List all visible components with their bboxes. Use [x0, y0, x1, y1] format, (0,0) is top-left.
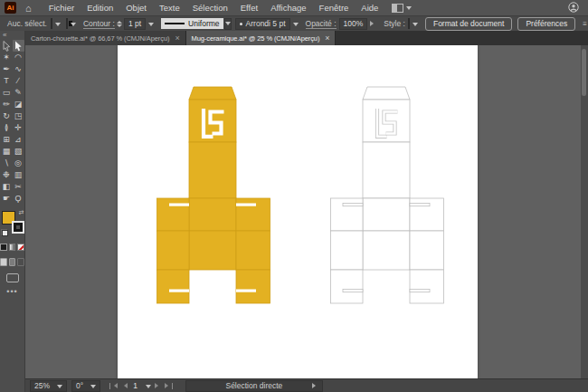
illustrator-logo-icon[interactable]: Ai — [5, 2, 16, 14]
status-tool-display[interactable]: Sélection directe — [185, 380, 323, 392]
slice-tool[interactable]: ✂ — [13, 181, 24, 193]
color-mode-button[interactable] — [0, 244, 7, 251]
menu-aide[interactable]: Aide — [355, 3, 384, 13]
canvas-pasteboard[interactable] — [25, 45, 588, 378]
artboard-tool[interactable]: ◧ — [1, 181, 13, 193]
yellow-box-dieline-artwork[interactable] — [156, 86, 270, 304]
menu-effet[interactable]: Effet — [234, 3, 264, 13]
outline-box-dieline-artwork[interactable] — [330, 86, 444, 304]
document-tab[interactable]: Mug-ceramique.ai* @ 25 % (CMJN/Aperçu)× — [186, 31, 337, 45]
width-profile-select[interactable]: Uniforme — [161, 18, 223, 29]
fill-color-swatch[interactable] — [51, 18, 52, 29]
shape-builder-tool[interactable]: ⊞ — [1, 134, 13, 146]
rotation-select[interactable]: 0° — [71, 380, 100, 392]
menu-objet[interactable]: Objet — [119, 3, 153, 13]
artboard-navigation: 1 — [109, 381, 173, 390]
menu-selection[interactable]: Sélection — [186, 3, 234, 13]
home-icon[interactable]: ⌂ — [25, 4, 32, 13]
gradient-mode-button[interactable] — [9, 244, 16, 251]
free-transform-tool[interactable]: ◳ — [13, 110, 24, 122]
perspective-grid-tool[interactable]: ⊿ — [13, 134, 24, 146]
menu-affichage[interactable]: Affichage — [264, 3, 312, 13]
selection-tool[interactable] — [1, 40, 13, 52]
direct-selection-tool[interactable] — [13, 40, 24, 52]
account-avatar-icon[interactable] — [568, 2, 579, 14]
rectangle-tool[interactable]: ▭ — [1, 87, 13, 99]
width-profile-preview-icon — [165, 23, 185, 24]
tool-grid: ✶◠✒∿T∕▭✎✏◪↻◳≬✛⊞⊿▦▧∖◎❉▥◧✂☛Ϙ — [0, 40, 24, 205]
brush-definition-select[interactable]: Arrondi 5 pt — [235, 18, 290, 30]
opacity-popup-icon[interactable] — [370, 21, 376, 26]
screen-mode-button[interactable] — [6, 273, 19, 282]
graphic-style-swatch[interactable] — [408, 18, 410, 29]
default-fill-stroke-icon[interactable] — [1, 229, 8, 236]
artboard-number-field[interactable]: 1 — [133, 381, 138, 390]
opacity-field[interactable]: 100% — [339, 18, 368, 30]
document-setup-button[interactable]: Format de document — [425, 17, 512, 31]
menu-edition[interactable]: Edition — [81, 3, 119, 13]
document-tab-strip: Carton-chouette.ai* @ 66,67 % (CMJN/Aper… — [25, 31, 588, 45]
puppet-warp-tool[interactable]: ✛ — [13, 122, 24, 134]
paintbrush-tool[interactable]: ✎ — [13, 87, 24, 99]
pencil-tool[interactable]: ✏ — [1, 99, 13, 110]
stroke-weight-stepper[interactable] — [117, 18, 122, 30]
control-options-icon[interactable]: ≡ — [583, 20, 588, 28]
magic-wand-tool[interactable]: ✶ — [1, 52, 13, 63]
draw-inside-icon[interactable] — [17, 258, 24, 266]
menu-texte[interactable]: Texte — [153, 3, 186, 13]
swap-fill-stroke-icon[interactable]: ⇄ — [19, 209, 24, 216]
brush-chevron-icon[interactable] — [293, 23, 299, 29]
style-chevron-icon[interactable] — [413, 23, 418, 29]
toolbar-stroke-swatch[interactable] — [12, 221, 24, 234]
gradient-tool[interactable]: ▧ — [13, 146, 24, 158]
tab-close-icon[interactable]: × — [325, 35, 329, 42]
none-mode-button[interactable] — [17, 244, 24, 251]
workspace-switcher-icon[interactable] — [392, 4, 412, 13]
stroke-color-swatch[interactable] — [66, 18, 68, 29]
stroke-weight-field[interactable]: 1 pt — [124, 18, 146, 30]
next-artboard-button[interactable] — [155, 383, 161, 388]
stroke-chevron-icon[interactable] — [71, 23, 76, 29]
width-tool[interactable]: ≬ — [1, 122, 13, 134]
fill-chevron-icon[interactable] — [55, 23, 61, 29]
stroke-weight-chevron-icon[interactable] — [148, 23, 154, 29]
eyedropper-tool[interactable]: ∖ — [1, 158, 13, 169]
curvature-tool[interactable]: ∿ — [13, 63, 24, 75]
pen-tool[interactable]: ✒ — [1, 63, 13, 75]
last-artboard-button[interactable] — [165, 383, 173, 389]
opacity-panel-link[interactable]: Opacité : — [306, 19, 337, 29]
blend-tool[interactable]: ◎ — [13, 158, 24, 169]
mesh-tool[interactable]: ▦ — [1, 146, 13, 158]
type-tool[interactable]: T — [1, 75, 13, 87]
status-bar: 25% 0° 1 Sélection directe — [25, 378, 588, 392]
symbol-sprayer-tool[interactable]: ❉ — [1, 169, 13, 181]
preferences-button[interactable]: Préférences — [517, 17, 575, 31]
more-tools-icon[interactable]: ••• — [0, 287, 24, 296]
scrollbar-thumb[interactable] — [582, 49, 586, 96]
graph-tool[interactable]: ▥ — [13, 169, 24, 181]
line-segment-tool[interactable]: ∕ — [13, 75, 24, 87]
artboard-page[interactable] — [118, 45, 478, 378]
width-profile-chevron-icon[interactable] — [224, 18, 232, 30]
draw-normal-icon[interactable] — [0, 258, 7, 266]
previous-artboard-button[interactable] — [121, 383, 128, 388]
illustrator-window: Ai ⌂ FichierEditionObjetTexteSélectionEf… — [0, 0, 588, 392]
zoom-level-select[interactable]: 25% — [30, 380, 67, 392]
vertical-scrollbar[interactable] — [581, 45, 588, 378]
hand-tool[interactable]: ☛ — [1, 193, 13, 205]
style-label: Style : — [384, 19, 405, 28]
lasso-tool[interactable]: ◠ — [13, 52, 24, 63]
document-tab[interactable]: Carton-chouette.ai* @ 66,67 % (CMJN/Aper… — [25, 31, 186, 45]
first-artboard-button[interactable] — [109, 383, 118, 389]
menu-fichier[interactable]: Fichier — [43, 3, 81, 13]
draw-behind-icon[interactable] — [9, 258, 16, 266]
menu-fenetre[interactable]: Fenêtre — [313, 3, 356, 13]
rotate-tool[interactable]: ↻ — [1, 110, 13, 122]
artboard-number-chevron-icon[interactable] — [146, 385, 151, 391]
panel-collapse-icon[interactable]: « — [0, 31, 24, 40]
eraser-tool[interactable]: ◪ — [13, 99, 24, 110]
tab-close-icon[interactable]: × — [175, 35, 179, 42]
stroke-panel-link[interactable]: Contour : — [83, 19, 115, 29]
zoom-tool[interactable]: Ϙ — [13, 193, 24, 205]
paint-mode-buttons — [0, 244, 24, 251]
